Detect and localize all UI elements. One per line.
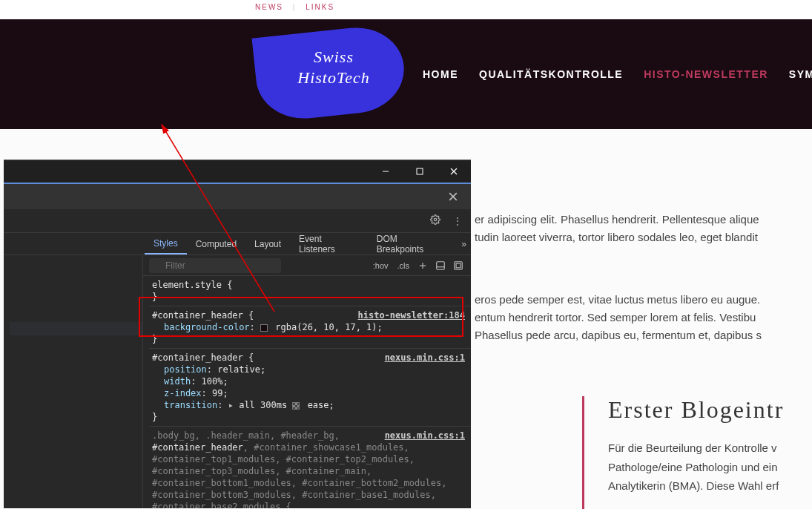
paragraph-1: er adipiscing elit. Phasellus hendrerit.… bbox=[475, 211, 812, 246]
devtools-subbar bbox=[4, 183, 471, 209]
computed-styles-sidebar-button[interactable] bbox=[434, 259, 447, 272]
top-nav-separator: | bbox=[290, 3, 300, 11]
tab-layout[interactable]: Layout bbox=[245, 234, 290, 254]
paragraph-2: eros pede semper est, vitae luctus metus… bbox=[475, 291, 812, 344]
toggle-rendering-button[interactable] bbox=[452, 259, 465, 272]
nav-home[interactable]: HOME bbox=[423, 68, 458, 80]
logo-line2: HistoTech bbox=[256, 68, 412, 88]
tab-dom-breakpoints[interactable]: DOM Breakpoints bbox=[368, 229, 454, 259]
source-link-nexus-2[interactable]: nexus.min.css:1 bbox=[385, 430, 465, 441]
blog-title: Erster Blogeintr bbox=[608, 396, 812, 424]
blog-body: Für die Beurteilung der Kontrolle v Path… bbox=[608, 439, 812, 496]
selector-1: #container_header { bbox=[152, 310, 254, 321]
logo-line1: Swiss bbox=[256, 47, 412, 67]
devtools-elements-pane[interactable] bbox=[4, 255, 143, 508]
color-swatch-icon[interactable] bbox=[260, 324, 268, 332]
window-minimize-button[interactable] bbox=[369, 160, 403, 183]
styles-filter-input[interactable] bbox=[149, 258, 281, 273]
main-nav: HOME QUALITÄTSKONTROLLE HISTO-NEWSLETTER… bbox=[423, 68, 812, 80]
header-band: Swiss HistoTech HOME QUALITÄTSKONTROLLE … bbox=[0, 19, 812, 129]
blog-card: Erster Blogeintr Für die Beurteilung der… bbox=[582, 396, 812, 509]
kebab-menu-icon[interactable]: ⋮ bbox=[450, 216, 465, 226]
new-style-rule-button[interactable] bbox=[416, 259, 429, 272]
svg-rect-1 bbox=[417, 168, 423, 174]
panel-close-button[interactable] bbox=[443, 186, 463, 207]
rule-element-style[interactable]: element.style { } bbox=[149, 276, 471, 306]
rule-container-header-inline[interactable]: histo-newsletter:184 #container_header {… bbox=[149, 306, 471, 349]
svg-point-6 bbox=[434, 218, 437, 221]
bezier-swatch-icon[interactable] bbox=[292, 402, 300, 410]
rule-multi-selector-nexus[interactable]: nexus.min.css:1 .body_bg, .header_main, … bbox=[149, 427, 471, 508]
selector-2: #container_header { bbox=[152, 352, 254, 363]
rule-container-header-nexus[interactable]: nexus.min.css:1 #container_header { posi… bbox=[149, 349, 471, 427]
devtools-window: ⋮ Styles Computed Layout Event Listeners… bbox=[4, 160, 471, 508]
svg-rect-10 bbox=[437, 261, 445, 269]
source-link-histo[interactable]: histo-newsletter:184 bbox=[358, 309, 466, 321]
window-maximize-button[interactable] bbox=[403, 160, 437, 183]
gear-icon[interactable] bbox=[428, 214, 443, 227]
nav-histo-newsletter[interactable]: HISTO-NEWSLETTER bbox=[644, 68, 768, 80]
tab-event-listeners[interactable]: Event Listeners bbox=[290, 229, 368, 259]
top-nav: NEWS | LINKS bbox=[0, 0, 812, 19]
hov-toggle[interactable]: :hov bbox=[371, 261, 391, 270]
nav-qualitaetskontrolle[interactable]: QUALITÄTSKONTROLLE bbox=[479, 68, 623, 80]
cls-toggle[interactable]: .cls bbox=[395, 261, 412, 270]
svg-rect-13 bbox=[456, 263, 461, 268]
top-nav-news[interactable]: NEWS bbox=[252, 3, 286, 11]
selector-element-style: element.style { bbox=[152, 280, 232, 290]
window-titlebar bbox=[4, 160, 471, 183]
top-nav-links[interactable]: LINKS bbox=[303, 3, 337, 11]
tab-styles[interactable]: Styles bbox=[145, 234, 187, 254]
logo-text: Swiss HistoTech bbox=[256, 47, 412, 88]
tab-computed[interactable]: Computed bbox=[187, 234, 245, 254]
window-close-button[interactable] bbox=[437, 160, 471, 183]
styles-tabs: Styles Computed Layout Event Listeners D… bbox=[4, 233, 471, 255]
tabs-overflow-button[interactable]: » bbox=[457, 234, 471, 254]
nav-sym[interactable]: SYM bbox=[789, 68, 812, 80]
svg-rect-12 bbox=[455, 261, 463, 269]
logo[interactable]: Swiss HistoTech bbox=[256, 27, 412, 116]
source-link-nexus-1[interactable]: nexus.min.css:1 bbox=[385, 352, 465, 364]
